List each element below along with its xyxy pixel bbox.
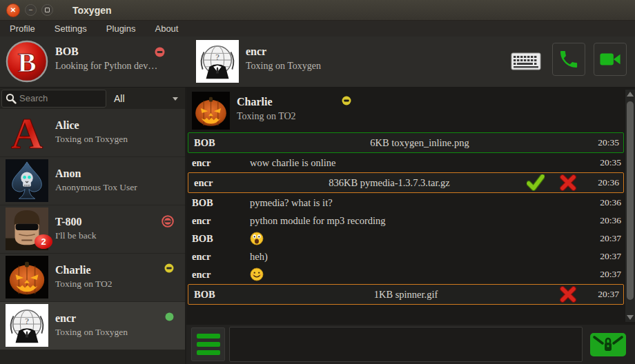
file-transfer-name: 836KB pymedia-1.3.7.3.tar.gz — [252, 177, 527, 189]
online-status-icon — [165, 312, 174, 324]
contact-name: Anon — [55, 168, 137, 180]
message-row: encr python module for mp3 recording 20:… — [186, 212, 625, 230]
message-list: BOB 6KB toxygen_inline.png 20:35 encr wo… — [186, 132, 625, 322]
contact-avatar-anon — [6, 159, 48, 202]
svg-text:?: ? — [215, 52, 219, 62]
file-transfer-row: BOB 1KB spinner.gif 20:37 — [188, 284, 624, 305]
encrypted-send-icon — [589, 330, 627, 359]
message-time: 20:36 — [587, 177, 619, 188]
unread-count-badge: 2 — [35, 234, 52, 249]
svg-text:B: B — [17, 47, 36, 78]
search-box[interactable] — [1, 90, 106, 108]
menu-bar: Profile Settings Plugins About — [0, 21, 635, 37]
close-button[interactable]: ✕ — [6, 3, 20, 17]
menu-settings[interactable]: Settings — [45, 21, 97, 37]
sidebar: All A Alice Toxing on Toxygen — [0, 88, 185, 364]
search-icon — [6, 93, 17, 104]
message-input[interactable] — [229, 327, 583, 362]
menu-profile[interactable]: Profile — [0, 21, 45, 37]
chat-contact-status-message: Toxing on TO2 — [237, 111, 296, 122]
busy-status-icon — [162, 215, 174, 230]
hamburger-icon — [197, 334, 220, 338]
message-sender: BOB — [194, 137, 252, 149]
message-time: 20:36 — [589, 215, 621, 226]
cancel-file-icon[interactable] — [560, 286, 576, 303]
message-sender: encr — [194, 177, 252, 189]
video-camera-icon — [598, 49, 622, 70]
message-sender: encr — [192, 157, 250, 169]
title-bar: ✕ – Toxygen — [0, 0, 635, 21]
contact-filter-dropdown[interactable]: All — [110, 90, 184, 108]
contact-name: Alice — [55, 119, 128, 132]
message-sender: encr — [192, 251, 250, 263]
contact-name: Charlie — [55, 264, 113, 276]
svg-text:A: A — [11, 111, 43, 154]
contact-row-alice[interactable]: A Alice Toxing on Toxygen — [0, 109, 185, 157]
contact-status-message: Toxing on Toxygen — [55, 134, 128, 145]
chat-contact-avatar — [192, 92, 230, 130]
contact-status-message: I'll be back — [55, 230, 96, 241]
chat-menu-button[interactable] — [191, 327, 225, 361]
message-row: encr wow charlie is online 20:35 — [186, 154, 625, 172]
video-call-button[interactable] — [594, 43, 627, 76]
filter-selected-value: All — [114, 93, 125, 104]
file-transfer-name: 6KB toxygen_inline.png — [252, 137, 587, 149]
message-row: encr heh) 20:37 — [186, 247, 625, 265]
active-contact-status-message: Toxing on Toxygen — [246, 61, 321, 72]
maximize-button[interactable] — [41, 4, 53, 16]
self-busy-status-icon[interactable] — [155, 47, 165, 60]
search-input[interactable] — [19, 93, 95, 103]
window-title: Toxygen — [72, 5, 112, 16]
chat-contact-name: Charlie — [237, 96, 296, 108]
typing-notification-keyboard-icon — [511, 52, 541, 73]
message-text: pymedia? what is it? — [250, 197, 589, 209]
message-sender: BOB — [194, 289, 252, 301]
chat-contact-header: Charlie Toxing on TO2 — [192, 92, 296, 130]
contact-status-message: Toxing on TO2 — [55, 279, 113, 290]
toxygen-window: ✕ – Toxygen Profile Settings Plugins Abo… — [0, 0, 635, 364]
search-row: All — [0, 88, 185, 109]
contact-row-encr[interactable]: ? encr Toxing on Toxygen — [0, 302, 185, 350]
message-text: wow charlie is online — [250, 157, 589, 169]
scroll-up-arrow[interactable] — [627, 92, 634, 97]
message-row: BOB 20:37 — [186, 230, 625, 247]
chevron-down-icon — [173, 97, 178, 101]
message-time: 20:35 — [589, 157, 621, 168]
contact-name: T-800 — [55, 216, 96, 228]
phone-icon — [558, 48, 580, 70]
shocked-face-emoji — [250, 232, 589, 245]
active-contact-header: ? encr Toxing on Toxygen — [196, 40, 486, 84]
contact-row-anon[interactable]: Anon Anonymous Tox User — [0, 157, 185, 205]
menu-plugins[interactable]: Plugins — [97, 21, 146, 37]
accept-file-icon[interactable] — [527, 174, 545, 191]
scroll-down-arrow[interactable] — [627, 315, 634, 320]
decline-file-icon[interactable] — [560, 174, 576, 191]
minimize-button[interactable]: – — [25, 4, 37, 16]
contact-row-charlie[interactable]: Charlie Toxing on TO2 — [0, 254, 185, 302]
active-contact-name: encr — [246, 46, 321, 58]
message-time: 20:36 — [589, 197, 621, 208]
header: B BOB Looking for Python dev… ? — [0, 37, 635, 88]
message-time: 20:37 — [589, 251, 621, 262]
message-text: python module for mp3 recording — [250, 215, 589, 227]
file-transfer-row: BOB 6KB toxygen_inline.png 20:35 — [188, 132, 624, 153]
contact-avatar-alice: A — [6, 111, 48, 154]
audio-call-button[interactable] — [552, 43, 585, 76]
message-time: 20:37 — [587, 289, 619, 300]
chat-away-status-icon — [342, 96, 351, 108]
message-time: 20:37 — [589, 269, 621, 280]
self-name: BOB — [55, 46, 157, 58]
chat-area: Charlie Toxing on TO2 BOB 6KB toxygen_in… — [186, 88, 635, 364]
active-contact-avatar: ? — [196, 40, 239, 83]
scrollbar-thumb[interactable] — [627, 101, 634, 300]
send-message-button[interactable] — [589, 330, 627, 360]
contact-status-message: Toxing on Toxygen — [55, 327, 128, 338]
chat-scrollbar[interactable] — [625, 90, 635, 322]
menu-about[interactable]: About — [145, 21, 188, 37]
contact-avatar-encr: ? — [6, 304, 48, 347]
maximize-icon — [45, 8, 50, 12]
message-sender: BOB — [192, 233, 250, 245]
message-row: BOB pymedia? what is it? 20:36 — [186, 194, 625, 212]
contact-row-t800[interactable]: T-800 I'll be back 2 — [0, 205, 185, 254]
message-time: 20:37 — [589, 233, 621, 244]
